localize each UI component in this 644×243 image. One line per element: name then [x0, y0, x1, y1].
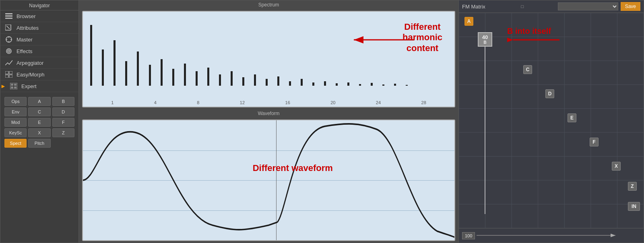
fm-matrix: A 40 B B into itself C — [459, 13, 644, 228]
spectrum-bar — [125, 61, 127, 86]
spectrum-bar — [207, 68, 209, 86]
effects-icon — [4, 47, 13, 55]
spectrum-bar — [371, 83, 373, 86]
fm-save-button[interactable]: Save — [621, 2, 640, 11]
fm-panel: FM Matrix □ Save — [458, 0, 644, 243]
svg-rect-2 — [5, 18, 12, 19]
sidebar-label-attributes: Attributes — [17, 25, 39, 31]
sidebar-label-effects: Effects — [17, 48, 33, 54]
svg-rect-15 — [5, 75, 8, 78]
main-container: Navigator Browser Attributes Master Effe — [0, 0, 644, 243]
node-c[interactable]: C — [523, 65, 532, 74]
spectrum-title: Spectrum — [79, 0, 458, 9]
menu-icon — [4, 12, 13, 20]
waveform-title: Waveform — [79, 109, 458, 118]
btn-x[interactable]: X — [28, 128, 50, 137]
spectrum-container: Different harmoniccontent 1 4 8 12 16 20… — [82, 11, 455, 107]
btn-mod[interactable]: Mod — [4, 118, 27, 127]
sidebar-item-expert[interactable]: ► Expert — [0, 80, 78, 92]
node-f[interactable]: F — [590, 138, 599, 146]
b-annotation-area: B into itself — [507, 34, 564, 47]
node-x[interactable]: X — [612, 162, 621, 171]
easy-icon — [4, 71, 13, 78]
svg-point-12 — [8, 51, 9, 51]
spectrum-bar — [114, 40, 116, 86]
sidebar-item-arpeggiator[interactable]: Arpeggiator — [0, 57, 78, 69]
svg-line-4 — [6, 26, 10, 29]
spectrum-bar — [149, 65, 151, 86]
b-label: B — [483, 40, 486, 45]
waveform-container: Different waveform — [82, 119, 455, 241]
btn-b[interactable]: B — [52, 97, 74, 106]
spectrum-bar — [161, 59, 163, 86]
btn-z[interactable]: Z — [52, 128, 74, 137]
fm-bottom-value: 100 — [462, 232, 475, 239]
waveform-svg — [83, 120, 454, 240]
spectrum-bar — [254, 74, 256, 86]
svg-rect-0 — [5, 13, 12, 14]
node-b-box[interactable]: 40 B — [478, 32, 492, 47]
node-z[interactable]: Z — [628, 182, 637, 191]
btn-spect[interactable]: Spect — [4, 139, 27, 148]
spectrum-bar — [231, 71, 233, 86]
btn-d[interactable]: D — [52, 107, 74, 116]
spectrum-bar — [324, 81, 326, 86]
spectrum-bar — [289, 81, 291, 86]
sidebar-item-easy-morph[interactable]: Easy/Morph — [0, 69, 78, 80]
spectrum-bar — [102, 49, 104, 86]
fm-toolbar: Save — [558, 2, 640, 11]
spectrum-bar — [406, 85, 408, 86]
sidebar-label-expert: Expert — [21, 83, 37, 89]
waveform-annotation: Different waveform — [253, 163, 333, 173]
sidebar-grid: Ops A B Env C D Mod E F KeySc X Z Spect … — [0, 94, 78, 151]
sidebar-item-attributes[interactable]: Attributes — [0, 22, 78, 34]
svg-rect-19 — [14, 84, 17, 86]
attributes-icon — [4, 24, 13, 31]
arp-icon — [4, 59, 13, 66]
master-icon — [4, 36, 13, 43]
btn-env[interactable]: Env — [4, 107, 27, 116]
sidebar-item-effects[interactable]: Effects — [0, 45, 78, 57]
sidebar: Navigator Browser Attributes Master Effe — [0, 0, 79, 243]
btn-f[interactable]: F — [52, 118, 74, 127]
node-in[interactable]: IN — [628, 202, 640, 211]
svg-rect-14 — [9, 71, 12, 74]
fm-preset-dropdown[interactable] — [558, 2, 618, 10]
node-d[interactable]: D — [545, 89, 554, 98]
spectrum-bar — [301, 79, 303, 86]
spectrum-bar — [137, 51, 139, 86]
sidebar-label-master: Master — [17, 37, 33, 43]
svg-rect-13 — [5, 71, 8, 74]
spectrum-text-label: Different harmoniccontent — [402, 22, 442, 54]
node-a[interactable]: A — [464, 17, 473, 26]
spectrum-bar — [359, 84, 361, 86]
btn-keysc[interactable]: KeySc — [4, 128, 27, 137]
expert-icon — [9, 82, 18, 90]
fm-bottom-row: 100 — [459, 228, 644, 243]
spectrum-bar — [219, 74, 221, 86]
spectrum-bar — [312, 82, 314, 86]
spectrum-bar — [394, 84, 396, 86]
spectrum-bar — [266, 79, 268, 86]
sidebar-title: Navigator — [0, 0, 78, 10]
spectrum-bar — [90, 25, 92, 86]
spectrum-x-axis: 1 4 8 12 16 20 24 28 — [83, 100, 454, 105]
sidebar-item-master[interactable]: Master — [0, 34, 78, 45]
sidebar-label-arpeggiator: Arpeggiator — [17, 60, 43, 66]
btn-pitch[interactable]: Pitch — [28, 139, 50, 148]
svg-rect-16 — [9, 75, 12, 78]
fm-expand-icon[interactable]: □ — [521, 4, 524, 9]
btn-ops[interactable]: Ops — [4, 97, 27, 106]
spectrum-bar — [347, 82, 349, 86]
btn-c[interactable]: C — [28, 107, 50, 116]
svg-rect-1 — [5, 16, 12, 17]
svg-rect-18 — [11, 84, 13, 86]
fm-title: FM Matrix — [462, 4, 485, 10]
btn-a[interactable]: A — [28, 97, 50, 106]
sidebar-item-browser[interactable]: Browser — [0, 10, 78, 22]
node-e[interactable]: E — [568, 113, 576, 122]
svg-rect-21 — [14, 86, 17, 89]
sidebar-label-browser: Browser — [17, 13, 36, 19]
btn-e[interactable]: E — [28, 118, 50, 127]
b-annotation-text: B into itself — [507, 27, 551, 36]
